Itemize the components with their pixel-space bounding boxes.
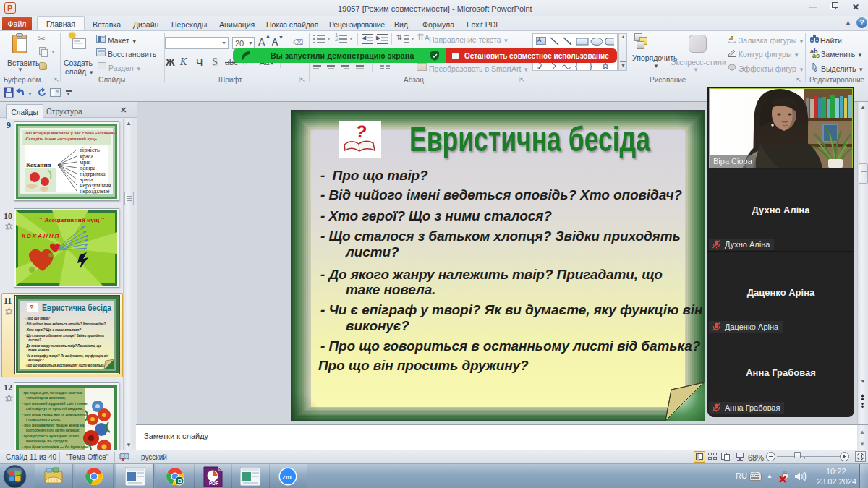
svg-text:- про людські долі, які нещадн: - про людські долі, які нещадно скалічил…	[22, 390, 82, 395]
svg-text:- Від чийого імені ведеться оп: - Від чийого імені ведеться оповідь? Хто…	[25, 322, 106, 326]
svg-text:Кохання: Кохання	[26, 161, 51, 168]
svg-text:тоталітарна система;: тоталітарна система;	[26, 395, 66, 400]
svg-text:-Які асоціації викликає у вас: -Які асоціації викликає у вас слово «кох…	[25, 131, 117, 135]
svg-text:-Складіть із них «асоціативний: -Складіть із них «асоціативний кущ».	[25, 137, 98, 141]
svg-text:Евристична бесіда: Евристична бесіда	[42, 303, 111, 313]
svg-text:таке новела.: таке новела.	[28, 348, 50, 352]
svg-text:- про брак чоловіків — бо були: - про брак чоловіків — бо були одні	[22, 445, 89, 449]
svg-text:?: ?	[30, 304, 34, 311]
svg-text:вірність: вірність	[80, 147, 100, 153]
svg-text:B: B	[178, 478, 182, 484]
svg-text:і повоєнного села;: і повоєнного села;	[26, 417, 61, 421]
svg-text:- про відсутність культурних р: - про відсутність культурних розваг,	[22, 434, 80, 438]
svg-text:?: ?	[354, 121, 368, 142]
svg-text:Віра Сіора: Віра Сіора	[713, 157, 753, 166]
svg-text:листи?: листи?	[27, 338, 41, 342]
svg-text:- про виснажливу працю жінок н: - про виснажливу працю жінок на	[22, 423, 85, 427]
svg-text:'' Асоціативний кущ '': '' Асоціативний кущ ''	[39, 216, 105, 223]
svg-text:- про весь уклад життя довоєнн: - про весь уклад життя довоєнного	[22, 412, 88, 416]
svg-text:нерозділене: нерозділене	[80, 188, 110, 194]
svg-text:колгоспному полі, світло каган: колгоспному полі, світло каганців;	[26, 428, 80, 432]
svg-text:zm: zm	[282, 474, 292, 481]
svg-text:- До якого жанру належить твір: - До якого жанру належить твір? Пригадат…	[25, 344, 101, 348]
svg-text:виконує?: виконує?	[28, 359, 44, 362]
svg-text:- Про що говориться в останньо: - Про що говориться в останньому листі в…	[25, 363, 106, 367]
svg-text:- Що сталося з батьком хлопця?: - Що сталося з батьком хлопця? Звідки пр…	[25, 333, 104, 338]
svg-text:світовідчуття простої людини;: світовідчуття простої людини;	[26, 406, 84, 411]
svg-text:PDF: PDF	[209, 481, 218, 486]
svg-text:- Чи є епіграф у творі? Як ви: - Чи є епіграф у творі? Як ви думаєте, я…	[25, 354, 109, 358]
svg-text:- Хто герої? Що з ними сталося: - Хто герої? Що з ними сталося?	[25, 328, 81, 332]
svg-text:- Про що твір?: - Про що твір?	[25, 317, 50, 320]
svg-text:- про високий художній світ і: - про високий художній світ і тонке	[22, 401, 88, 406]
svg-text:КОХАННЯ: КОХАННЯ	[22, 233, 60, 239]
svg-text:вечорниць по сусідах;: вечорниць по сусідах;	[26, 439, 68, 443]
